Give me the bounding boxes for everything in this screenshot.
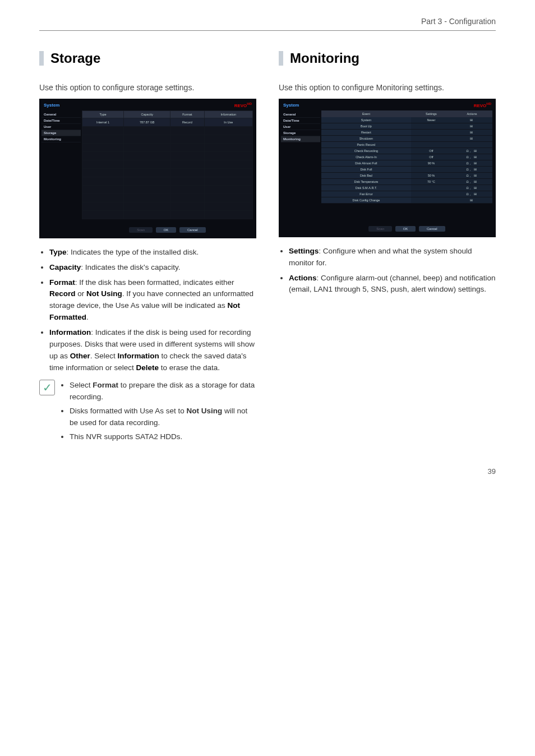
ok-button[interactable]: OK (395, 226, 416, 232)
screenshot-system-label: System (44, 103, 59, 108)
col-information: Information (204, 110, 252, 118)
actions-cell: Ω, ⊞ (451, 154, 492, 160)
event-cell: Fan Error (321, 191, 411, 197)
sidebar-item-user[interactable]: User (41, 124, 81, 130)
event-cell: Disk Full (321, 166, 411, 172)
col-settings: Settings (411, 110, 451, 117)
title-accent-bar (39, 51, 44, 66)
storage-table: Type Capacity Format Information Interna… (82, 110, 253, 219)
table-row[interactable]: Disk S.M.A.R.T.Ω, ⊞ (321, 185, 492, 191)
table-row[interactable]: Panic Record (321, 141, 492, 147)
actions-cell: Ω, ⊞ (451, 178, 492, 185)
ok-button[interactable]: OK (156, 227, 177, 233)
bullet-information: Information: Indicates if the disk is be… (49, 327, 256, 374)
monitoring-screenshot: System REVOHD General Date/Time User Sto… (279, 99, 496, 237)
table-row[interactable]: Check RecordingOffΩ, ⊞ (321, 147, 492, 154)
settings-cell (411, 141, 451, 147)
settings-cell (411, 197, 451, 203)
settings-cell (411, 129, 451, 135)
sidebar-item-monitoring[interactable]: Monitoring (281, 136, 320, 142)
col-capacity: Capacity (124, 110, 170, 118)
actions-cell: Ω, ⊞ (451, 166, 492, 172)
title-accent-bar (279, 51, 283, 66)
event-cell: Disk S.M.A.R.T. (321, 185, 411, 191)
sidebar-item-datetime[interactable]: Date/Time (281, 118, 320, 124)
table-row[interactable]: Disk Bad50 %Ω, ⊞ (321, 172, 492, 178)
screenshot-sidebar: General Date/Time User Storage Monitorin… (281, 110, 320, 232)
note-item: Select Format to prepare the disk as a s… (70, 380, 256, 403)
bullet-format: Format: If the disk has been formatted, … (49, 277, 256, 324)
event-cell: Check Alarm-In (321, 154, 411, 160)
screenshot-system-label: System (283, 103, 299, 108)
sidebar-item-monitoring[interactable]: Monitoring (41, 136, 81, 142)
settings-cell: 50 % (411, 172, 451, 178)
event-cell: System (321, 117, 411, 123)
bullet-capacity: Capacity: Indicates the disk's capacity. (49, 262, 256, 274)
page-number: 39 (39, 467, 496, 476)
sidebar-item-storage[interactable]: Storage (281, 130, 320, 136)
col-actions: Actions (451, 110, 492, 117)
table-row[interactable]: Shutdown⊞ (321, 135, 492, 141)
monitoring-intro: Use this option to configure Monitoring … (279, 83, 496, 92)
note-item: Disks formatted with Use As set to Not U… (70, 405, 256, 429)
actions-cell: ⊞ (451, 197, 492, 203)
table-row[interactable]: Disk Temperature70 °CΩ, ⊞ (321, 178, 492, 185)
table-row[interactable]: Fan ErrorΩ, ⊞ (321, 191, 492, 197)
monitoring-column: Monitoring Use this option to configure … (279, 50, 496, 445)
storage-intro: Use this option to configure storage set… (39, 83, 256, 92)
cancel-button[interactable]: Cancel (419, 226, 445, 232)
page-header: Part 3 - Configuration (39, 17, 496, 31)
storage-screenshot: System REVOHD General Date/Time User Sto… (39, 99, 256, 238)
col-type: Type (82, 110, 124, 118)
screenshot-brand-logo: REVOHD (234, 102, 252, 108)
sidebar-item-general[interactable]: General (41, 112, 81, 118)
scan-button[interactable]: Scan (129, 227, 153, 233)
bullet-settings: Settings: Configure when and what the sy… (289, 246, 496, 269)
actions-cell: Ω, ⊞ (451, 147, 492, 154)
actions-cell: ⊞ (451, 117, 492, 123)
table-row[interactable]: Disk Almost Full90 %Ω, ⊞ (321, 160, 492, 166)
table-row[interactable]: SystemNever⊞ (321, 117, 492, 123)
event-cell: Boot Up (321, 123, 411, 129)
table-row[interactable]: Disk Config Change⊞ (321, 197, 492, 203)
settings-cell: 90 % (411, 160, 451, 166)
event-cell: Check Recording (321, 147, 411, 154)
settings-cell (411, 166, 451, 172)
actions-cell: ⊞ (451, 129, 492, 135)
table-row[interactable]: Internal 1 787.87 GB Record In Use (82, 118, 253, 126)
actions-cell: Ω, ⊞ (451, 185, 492, 191)
event-cell: Restart (321, 129, 411, 135)
event-cell: Shutdown (321, 135, 411, 141)
actions-cell: Ω, ⊞ (451, 160, 492, 166)
screenshot-brand-logo: REVOHD (474, 102, 491, 108)
table-row[interactable]: Restart⊞ (321, 129, 492, 135)
monitoring-table: Event Settings Actions SystemNever⊞Boot … (321, 110, 492, 204)
table-row[interactable]: Disk FullΩ, ⊞ (321, 166, 492, 172)
sidebar-item-datetime[interactable]: Date/Time (41, 118, 81, 124)
settings-cell (411, 135, 451, 141)
col-format: Format (170, 110, 204, 118)
sidebar-item-general[interactable]: General (281, 112, 320, 118)
check-icon: ✓ (39, 380, 55, 395)
sidebar-item-storage[interactable]: Storage (41, 130, 81, 136)
actions-cell: ⊞ (451, 123, 492, 129)
actions-cell: Ω, ⊞ (451, 191, 492, 197)
storage-notes: ✓ Select Format to prepare the disk as a… (39, 380, 256, 445)
monitoring-title: Monitoring (279, 50, 496, 66)
monitoring-heading: Monitoring (290, 50, 359, 66)
event-cell: Disk Config Change (321, 197, 411, 203)
table-row[interactable]: Boot Up⊞ (321, 123, 492, 129)
scan-button[interactable]: Scan (368, 226, 392, 232)
sidebar-item-user[interactable]: User (281, 124, 320, 130)
table-row[interactable]: Check Alarm-InOffΩ, ⊞ (321, 154, 492, 160)
cancel-button[interactable]: Cancel (179, 227, 206, 233)
event-cell: Disk Almost Full (321, 160, 411, 166)
actions-cell (451, 141, 492, 147)
screenshot-sidebar: General Date/Time User Storage Monitorin… (41, 110, 81, 233)
note-item: This NVR supports SATA2 HDDs. (70, 431, 256, 443)
event-cell: Panic Record (321, 141, 411, 147)
settings-cell (411, 123, 451, 129)
settings-cell: Off (411, 147, 451, 154)
col-event: Event (321, 110, 411, 117)
settings-cell (411, 191, 451, 197)
